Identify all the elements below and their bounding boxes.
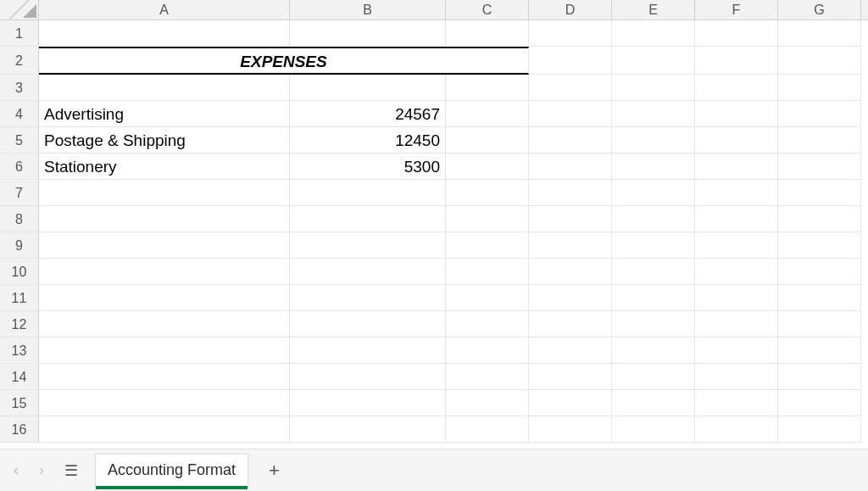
cell-E4[interactable]	[612, 101, 695, 127]
cell-D16[interactable]	[529, 416, 612, 443]
cell-F7[interactable]	[695, 180, 778, 206]
cell-E13[interactable]	[612, 338, 695, 364]
cell-B8[interactable]	[290, 206, 446, 232]
cell-E15[interactable]	[612, 390, 695, 416]
cell-A13[interactable]	[39, 338, 290, 364]
cell-D3[interactable]	[529, 75, 612, 101]
cell-B5[interactable]: 12450	[290, 127, 446, 153]
col-header-E[interactable]: E	[612, 0, 695, 20]
cell-E16[interactable]	[612, 416, 695, 443]
prev-sheet-button[interactable]: ‹	[10, 458, 22, 483]
cell-G14[interactable]	[778, 364, 861, 390]
cell-C9[interactable]	[446, 232, 529, 259]
cell-F13[interactable]	[695, 338, 778, 364]
cell-C13[interactable]	[446, 338, 529, 364]
cell-D12[interactable]	[529, 311, 612, 338]
cell-D8[interactable]	[529, 206, 612, 232]
cell-G11[interactable]	[778, 285, 861, 311]
cell-B9[interactable]	[290, 232, 446, 259]
cell-A10[interactable]	[39, 259, 290, 285]
cell-B15[interactable]	[290, 390, 446, 416]
cell-E3[interactable]	[612, 75, 695, 101]
row-header-11[interactable]: 11	[0, 285, 39, 311]
cell-A9[interactable]	[39, 232, 290, 259]
cell-E10[interactable]	[612, 259, 695, 285]
cell-D13[interactable]	[529, 338, 612, 364]
cell-G15[interactable]	[778, 390, 861, 416]
cell-G8[interactable]	[778, 206, 861, 232]
cell-B1[interactable]	[290, 20, 446, 47]
cell-F10[interactable]	[695, 259, 778, 285]
cell-A3[interactable]	[39, 75, 290, 101]
col-header-B[interactable]: B	[290, 0, 446, 20]
cell-A7[interactable]	[39, 180, 290, 206]
cell-F12[interactable]	[695, 311, 778, 338]
row-header-15[interactable]: 15	[0, 390, 39, 416]
cell-E2[interactable]	[612, 47, 695, 75]
cell-C5[interactable]	[446, 127, 529, 153]
cell-A1[interactable]	[39, 20, 290, 47]
cell-A14[interactable]	[39, 364, 290, 390]
cell-C6[interactable]	[446, 153, 529, 180]
row-header-10[interactable]: 10	[0, 259, 39, 285]
cell-B11[interactable]	[290, 285, 446, 311]
cell-D11[interactable]	[529, 285, 612, 311]
cell-E5[interactable]	[612, 127, 695, 153]
cell-E9[interactable]	[612, 232, 695, 259]
cell-G12[interactable]	[778, 311, 861, 338]
cell-C4[interactable]	[446, 101, 529, 127]
cell-B6[interactable]: 5300	[290, 153, 446, 180]
row-header-6[interactable]: 6	[0, 153, 39, 180]
row-header-9[interactable]: 9	[0, 232, 39, 259]
cell-F16[interactable]	[695, 416, 778, 443]
cell-A5[interactable]: Postage & Shipping	[39, 127, 290, 153]
cell-F15[interactable]	[695, 390, 778, 416]
col-header-F[interactable]: F	[695, 0, 778, 20]
cell-C10[interactable]	[446, 259, 529, 285]
cell-G7[interactable]	[778, 180, 861, 206]
cell-D4[interactable]	[529, 101, 612, 127]
cell-A12[interactable]	[39, 311, 290, 338]
row-header-16[interactable]: 16	[0, 416, 39, 443]
cell-G10[interactable]	[778, 259, 861, 285]
cell-C14[interactable]	[446, 364, 529, 390]
cell-B14[interactable]	[290, 364, 446, 390]
cell-G5[interactable]	[778, 127, 861, 153]
cell-B3[interactable]	[290, 75, 446, 101]
cell-A16[interactable]	[39, 416, 290, 443]
row-header-13[interactable]: 13	[0, 338, 39, 364]
col-header-A[interactable]: A	[39, 0, 290, 20]
cell-D14[interactable]	[529, 364, 612, 390]
cell-C3[interactable]	[446, 75, 529, 101]
cell-F4[interactable]	[695, 101, 778, 127]
cell-G16[interactable]	[778, 416, 861, 443]
cell-F14[interactable]	[695, 364, 778, 390]
all-sheets-icon[interactable]: ☰	[61, 458, 81, 483]
cell-D10[interactable]	[529, 259, 612, 285]
cell-C15[interactable]	[446, 390, 529, 416]
col-header-G[interactable]: G	[778, 0, 861, 20]
select-all-corner[interactable]	[0, 0, 39, 20]
cell-B16[interactable]	[290, 416, 446, 443]
row-header-8[interactable]: 8	[0, 206, 39, 232]
col-header-C[interactable]: C	[446, 0, 529, 20]
cell-B12[interactable]	[290, 311, 446, 338]
cell-F9[interactable]	[695, 232, 778, 259]
sheet-tab-active[interactable]: Accounting Format	[95, 454, 248, 488]
cell-D5[interactable]	[529, 127, 612, 153]
cell-F2[interactable]	[695, 47, 778, 75]
cell-G1[interactable]	[778, 20, 861, 47]
cell-D2[interactable]	[529, 47, 612, 75]
cell-E6[interactable]	[612, 153, 695, 180]
cell-D7[interactable]	[529, 180, 612, 206]
cell-B10[interactable]	[290, 259, 446, 285]
cell-G13[interactable]	[778, 338, 861, 364]
row-header-1[interactable]: 1	[0, 20, 39, 47]
cell-E12[interactable]	[612, 311, 695, 338]
cell-E1[interactable]	[612, 20, 695, 47]
row-header-2[interactable]: 2	[0, 47, 39, 75]
cell-G2[interactable]	[778, 47, 861, 75]
cell-A15[interactable]	[39, 390, 290, 416]
cell-E8[interactable]	[612, 206, 695, 232]
cell-D9[interactable]	[529, 232, 612, 259]
